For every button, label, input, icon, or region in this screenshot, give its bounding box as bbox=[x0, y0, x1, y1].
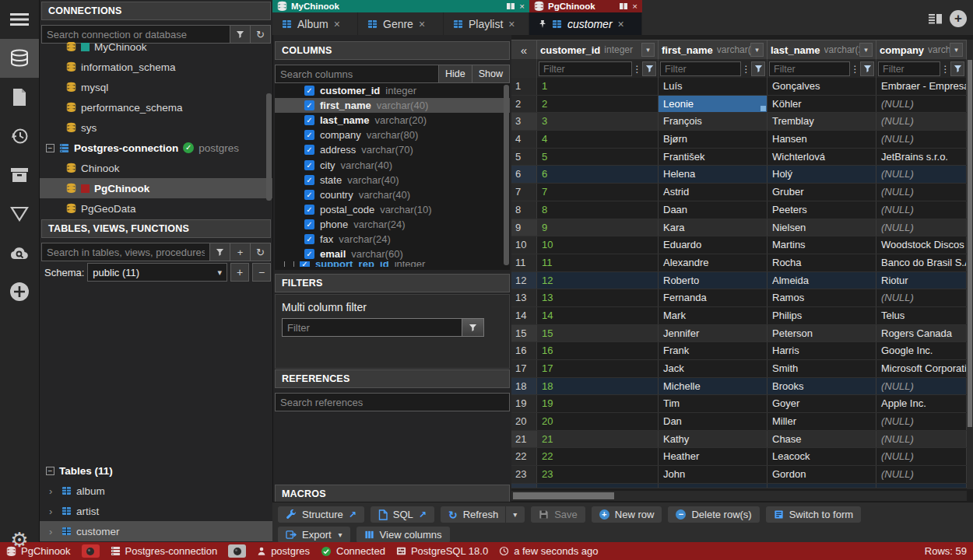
row-number[interactable]: 18 bbox=[511, 378, 537, 395]
cell-first-name[interactable]: Astrid bbox=[659, 184, 768, 201]
cell-first-name[interactable]: Kathy bbox=[659, 431, 768, 448]
history-icon[interactable] bbox=[0, 117, 39, 156]
column-item-city[interactable]: ✓ city varchar(40) bbox=[275, 157, 510, 172]
chevron-down-icon[interactable]: ▾ bbox=[641, 43, 655, 57]
connection-item-sys[interactable]: sys bbox=[40, 117, 272, 138]
connection-color-badge[interactable] bbox=[228, 544, 246, 558]
archive-icon[interactable] bbox=[0, 156, 39, 194]
cell-customer-id[interactable]: 23 bbox=[537, 466, 659, 483]
cell-company[interactable]: (NULL) bbox=[876, 466, 967, 483]
column-item-email[interactable]: ✓ email varchar(60) bbox=[275, 247, 510, 261]
connection-item-chinook[interactable]: Chinook bbox=[40, 158, 272, 178]
status-a-few-seconds-ago[interactable]: a few seconds ago bbox=[499, 545, 598, 557]
cell-first-name[interactable]: František bbox=[659, 149, 768, 166]
row-number[interactable]: 21 bbox=[511, 431, 537, 448]
cell-company[interactable]: Rogers Canada bbox=[876, 325, 967, 342]
cell-customer-id[interactable]: 10 bbox=[537, 236, 659, 254]
status-connected[interactable]: Connected bbox=[321, 545, 385, 557]
column-checkbox[interactable]: ✓ bbox=[304, 130, 314, 140]
delete-row-s--button[interactable]: − Delete row(s) bbox=[668, 506, 759, 523]
chevron-right-icon[interactable]: › bbox=[49, 506, 57, 517]
connection-item-mysql[interactable]: mysql bbox=[40, 77, 272, 97]
show-columns-button[interactable]: Show bbox=[472, 65, 510, 83]
cell-company[interactable]: (NULL) bbox=[876, 184, 967, 201]
refresh-icon[interactable]: ↻ bbox=[251, 243, 271, 261]
row-number[interactable]: 17 bbox=[511, 360, 537, 377]
row-number[interactable]: 10 bbox=[511, 236, 537, 254]
filter-icon[interactable] bbox=[230, 25, 251, 44]
cell-last-name[interactable]: Leacock bbox=[768, 448, 876, 465]
filter-icon[interactable] bbox=[462, 318, 484, 337]
close-tab-icon[interactable]: × bbox=[334, 18, 340, 30]
tables-group[interactable]: − Tables (11) bbox=[40, 460, 272, 481]
chevron-down-icon[interactable]: ▾ bbox=[750, 43, 764, 57]
cell-first-name[interactable]: Helena bbox=[659, 166, 768, 183]
row-number[interactable]: 4 bbox=[511, 131, 537, 148]
tab-group-header[interactable]: PgChinook × bbox=[529, 0, 642, 12]
cell-customer-id[interactable]: 21 bbox=[537, 431, 659, 448]
row-number[interactable]: 3 bbox=[511, 113, 537, 130]
column-checkbox[interactable]: ✓ bbox=[304, 249, 314, 259]
cell-first-name[interactable]: Tim bbox=[659, 395, 768, 412]
cell-company[interactable]: (NULL) bbox=[876, 289, 967, 306]
cell-customer-id[interactable]: 17 bbox=[537, 360, 659, 377]
new-row-button[interactable]: + New row bbox=[592, 506, 662, 523]
chevron-down-icon[interactable]: ▾ bbox=[859, 43, 873, 57]
row-number[interactable]: 20 bbox=[511, 413, 537, 430]
cell-last-name[interactable]: Smith bbox=[768, 360, 876, 377]
cell-company[interactable]: (NULL) bbox=[876, 219, 967, 236]
column-item-postal_code[interactable]: ✓ postal_code varchar(10) bbox=[275, 202, 510, 217]
column-item-customer_id[interactable]: ✓ customer_id integer bbox=[275, 83, 510, 98]
cell-last-name[interactable]: Peeters bbox=[768, 201, 876, 219]
cell-customer-id[interactable]: 20 bbox=[537, 413, 659, 430]
column-item-address[interactable]: ✓ address varchar(70) bbox=[275, 142, 510, 157]
row-number[interactable]: 12 bbox=[511, 272, 537, 289]
references-panel-header[interactable]: REFERENCES bbox=[275, 369, 510, 388]
cell-company[interactable]: Telus bbox=[876, 307, 967, 324]
cell-company[interactable]: Microsoft Corporation bbox=[876, 360, 967, 377]
column-item-country[interactable]: ✓ country varchar(40) bbox=[275, 187, 510, 202]
cell-last-name[interactable]: Tremblay bbox=[768, 113, 876, 130]
cell-last-name[interactable]: Holý bbox=[768, 166, 876, 183]
cell-customer-id[interactable]: 12 bbox=[537, 272, 659, 289]
cell-last-name[interactable]: Peterson bbox=[768, 325, 876, 342]
column-checkbox[interactable]: ✓ bbox=[304, 160, 314, 170]
settings-gear-icon[interactable]: ⚙ bbox=[0, 526, 39, 554]
tab-group-header[interactable]: MyChinook × bbox=[272, 0, 529, 12]
filter-icon[interactable] bbox=[210, 243, 230, 261]
cell-company[interactable]: (NULL) bbox=[876, 96, 967, 113]
cloud-search-icon[interactable] bbox=[0, 233, 39, 272]
cell-customer-id[interactable]: 3 bbox=[537, 113, 659, 130]
cell-customer-id[interactable]: 16 bbox=[537, 342, 659, 359]
cell-first-name[interactable]: Leonie bbox=[659, 96, 768, 113]
vertical-scrollbar[interactable] bbox=[967, 40, 973, 489]
cell-first-name[interactable]: Michelle bbox=[659, 378, 768, 395]
cell-last-name[interactable]: Gordon bbox=[768, 466, 876, 483]
checkbox-unchecked[interactable] bbox=[284, 261, 294, 267]
row-number[interactable]: 6 bbox=[511, 166, 537, 183]
cell-customer-id[interactable]: 4 bbox=[537, 131, 659, 148]
connections-search-input[interactable] bbox=[41, 25, 230, 44]
column-checkbox[interactable]: ✓ bbox=[304, 190, 314, 200]
pin-icon[interactable] bbox=[539, 19, 546, 29]
tab-playlist[interactable]: Playlist × bbox=[444, 12, 529, 35]
grid-column-header-customer_id[interactable]: customer_id integer ▾ bbox=[537, 40, 659, 60]
close-group-icon[interactable]: × bbox=[519, 2, 525, 11]
cell-customer-id[interactable]: 8 bbox=[537, 201, 659, 219]
cell-customer-id[interactable]: 14 bbox=[537, 307, 659, 324]
columns-search-input[interactable] bbox=[275, 65, 439, 83]
column-checkbox[interactable]: ✓ bbox=[304, 86, 314, 96]
save-button[interactable]: Save bbox=[531, 506, 585, 523]
structure-button[interactable]: Structure ↗ bbox=[278, 506, 364, 523]
close-group-icon[interactable]: × bbox=[632, 2, 638, 11]
view-columns-button[interactable]: View columns bbox=[357, 527, 450, 543]
cell-first-name[interactable]: Jennifer bbox=[659, 325, 768, 342]
tab-genre[interactable]: Genre × bbox=[358, 12, 444, 35]
table-item-album[interactable]: › album bbox=[40, 481, 272, 501]
scrollbar-thumb[interactable] bbox=[968, 60, 972, 427]
remove-schema-button[interactable]: − bbox=[252, 263, 271, 282]
sql-button[interactable]: SQL ↗ bbox=[371, 506, 434, 523]
kebab-menu-icon[interactable]: ⋮ bbox=[850, 64, 860, 75]
column-filter-input[interactable] bbox=[769, 61, 850, 76]
plugins-icon[interactable] bbox=[0, 194, 39, 233]
